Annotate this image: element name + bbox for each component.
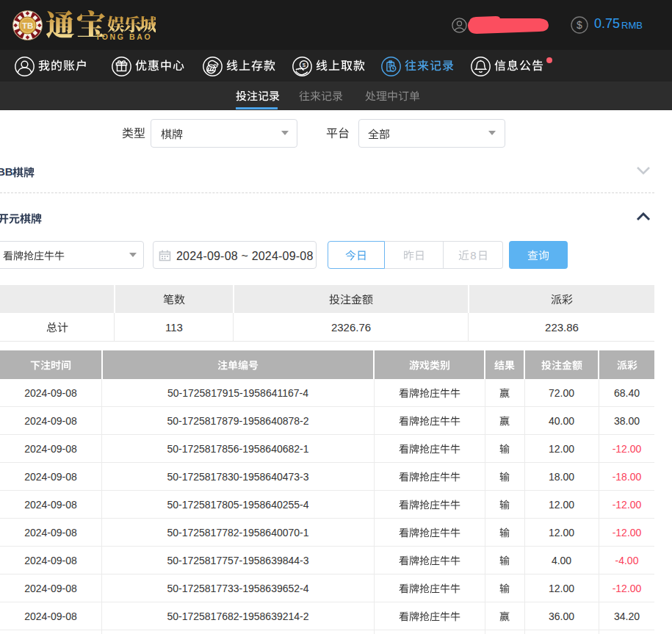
svg-text:$: $ xyxy=(303,62,306,68)
svg-text:TB: TB xyxy=(22,21,33,30)
svg-text:$: $ xyxy=(577,19,582,31)
